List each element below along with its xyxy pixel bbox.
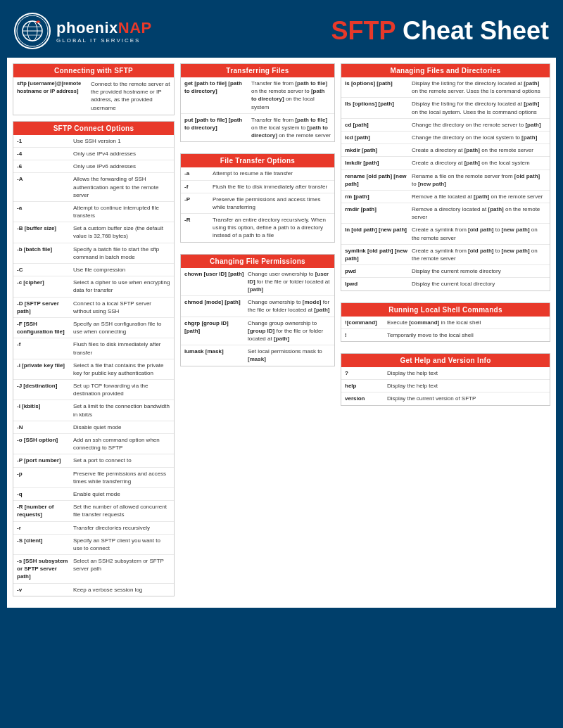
- table-row: -aAttempt to continue interrupted file t…: [13, 202, 174, 222]
- main-content: Connecting with SFTP sftp [username]@[re…: [7, 58, 556, 608]
- cmd-val: Execute [command] in the local shell: [387, 319, 546, 326]
- cmd-key: -R: [184, 216, 213, 240]
- table-row: -c [cipher]Select a cipher to use when e…: [13, 276, 174, 297]
- cmd-key: -S [client]: [17, 537, 73, 552]
- table-row: -PPreserve file permissions and access t…: [181, 193, 334, 214]
- cmd-val: Change the directory on the remote serve…: [412, 121, 546, 129]
- cmd-key: version: [345, 395, 387, 402]
- cmd-val: Set up TCP forwarding via the destinatio…: [73, 382, 170, 397]
- table-row: lcd [path]Change the directory on the lo…: [341, 132, 550, 144]
- cmd-val: Specify an SFTP client you want to use t…: [73, 537, 170, 552]
- cmd-key: -C: [17, 266, 73, 274]
- section-connecting-body: sftp [username]@[remote hostname or IP a…: [13, 77, 174, 115]
- cmd-val: Enable quiet mode: [73, 490, 170, 498]
- table-row: -CUse file compression: [13, 264, 174, 276]
- table-row: rename [old path] [new path]Rename a fil…: [341, 170, 550, 191]
- title-sftp: SFTP: [331, 16, 396, 45]
- section-changing-permissions-body: chown [user ID] [path]Change user owners…: [181, 268, 334, 366]
- right-column: Managing Files and Directories ls [optio…: [341, 63, 550, 602]
- cmd-key: lmkdir [path]: [345, 159, 412, 167]
- cmd-val: Display the current remote directory: [412, 267, 546, 275]
- table-row: -J [destination]Set up TCP forwarding vi…: [13, 380, 174, 400]
- table-row: lumask [mask]Set local permissions mask …: [181, 345, 334, 365]
- cmd-key: -b [batch file]: [17, 245, 73, 261]
- cmd-key: lls [options] [path]: [345, 100, 412, 115]
- table-row: -B [buffer size]Set a custom buffer size…: [13, 222, 174, 243]
- table-row: -rTransfer directories recursively: [13, 522, 174, 535]
- table-row: rm [path]Remove a file located at [path]…: [341, 191, 550, 203]
- logo-icon: [14, 13, 51, 49]
- cmd-val: Create a directory at [path] on the loca…: [412, 159, 546, 167]
- section-transferring: Transferring Files get [path to file] [p…: [180, 63, 335, 142]
- section-help-version: Get Help and Version Info ?Display the h…: [341, 353, 550, 406]
- table-row: lls [options] [path]Display the listing …: [341, 98, 550, 118]
- cmd-key: help: [345, 382, 387, 390]
- section-connecting: Connecting with SFTP sftp [username]@[re…: [13, 63, 175, 115]
- cmd-val: Change user ownership to [user ID] for t…: [248, 270, 331, 294]
- table-row: helpDisplay the help text: [341, 380, 550, 392]
- cmd-val: Change the directory on the local system…: [412, 134, 546, 141]
- cmd-val: Select a file that contains the private …: [73, 362, 170, 377]
- cmd-val: Transfer directories recursively: [73, 524, 170, 532]
- cmd-val: Flush files to disk immediately after tr…: [73, 340, 170, 356]
- cmd-key: ls [options] [path]: [345, 79, 412, 95]
- table-row: -s [SSH subsystem or SFTP server path]Se…: [13, 555, 174, 584]
- cmd-val: Display the listing for the directory lo…: [412, 100, 546, 115]
- table-row: chmod [mode] [path]Change ownership to […: [181, 296, 334, 317]
- table-row: symlink [old path] [new path]Create a sy…: [341, 245, 550, 265]
- cmd-key: -R [number of requests]: [17, 503, 73, 518]
- cmd-val: Preserve file permissions and access tim…: [213, 196, 331, 211]
- cmd-key: -P: [184, 196, 213, 211]
- cmd-key: ?: [345, 369, 387, 377]
- cmd-key: -N: [17, 423, 73, 431]
- cmd-val: Allows the forwarding of SSH authenticat…: [73, 175, 170, 199]
- cmd-val: Display the current version of SFTP: [387, 395, 546, 402]
- cmd-key: -J [destination]: [17, 382, 73, 397]
- cmd-val: Create a symlink from [old path] to [new…: [412, 247, 546, 262]
- logo-text: phoenixNAP GLOBAL IT SERVICES: [56, 19, 152, 44]
- cmd-val: Transfer an entire directory recursively…: [213, 216, 331, 240]
- table-row: -b [batch file]Specify a batch file to s…: [13, 243, 174, 264]
- section-changing-permissions: Changing File Permissions chown [user ID…: [180, 254, 335, 366]
- cmd-key: -o [SSH option]: [17, 436, 73, 452]
- header: phoenixNAP GLOBAL IT SERVICES SFTP Cheat…: [7, 7, 556, 58]
- cmd-key: put [path to file] [path to directory]: [184, 116, 251, 140]
- left-column: Connecting with SFTP sftp [username]@[re…: [13, 63, 175, 602]
- cmd-val: Only use IPv4 addresses: [73, 150, 170, 158]
- cmd-val: Connect to a local SFTP server without u…: [73, 300, 170, 315]
- section-transferring-body: get [path to file] [path to directory]Tr…: [181, 77, 334, 141]
- cmd-key: pwd: [345, 267, 412, 275]
- cmd-key: get [path to file] [path to directory]: [184, 79, 251, 111]
- section-managing-files: Managing Files and Directories ls [optio…: [341, 63, 550, 291]
- cmd-key: chgrp [group ID] [path]: [184, 319, 248, 343]
- logo-area: phoenixNAP GLOBAL IT SERVICES: [14, 13, 152, 49]
- table-row: -D [SFTP server path]Connect to a local …: [13, 298, 174, 318]
- section-help-version-body: ?Display the help texthelpDisplay the he…: [341, 367, 550, 405]
- table-row: -NDisable quiet mode: [13, 421, 174, 434]
- section-file-transfer-options-header: File Transfer Options: [181, 154, 334, 167]
- page: phoenixNAP GLOBAL IT SERVICES SFTP Cheat…: [0, 0, 563, 615]
- cmd-val: Display the current local directory: [412, 280, 546, 288]
- table-row: -o [SSH option]Add an ssh command option…: [13, 434, 174, 454]
- cmd-val: Flush the file to disk immediately after…: [213, 183, 331, 191]
- cmd-val: Select a cipher to use when encrypting d…: [73, 279, 170, 294]
- table-row: -l [kbit/s]Set a limit to the connection…: [13, 400, 174, 421]
- cmd-val: Disable quiet mode: [73, 423, 170, 431]
- cmd-key: rmdir [path]: [345, 205, 412, 221]
- section-connect-options: SFTP Connect Options -1Use SSH version 1…: [13, 121, 175, 596]
- title-area: SFTP Cheat Sheet: [331, 16, 549, 46]
- cmd-val: Remove a directory located at [path] on …: [412, 205, 546, 221]
- cmd-key: chmod [mode] [path]: [184, 298, 248, 314]
- cmd-val: Set local permissions mask to [mask]: [248, 347, 331, 363]
- middle-column: Transferring Files get [path to file] [p…: [180, 63, 335, 602]
- table-row: -4Only use IPv4 addresses: [13, 148, 174, 160]
- cmd-key: -A: [17, 175, 73, 199]
- cmd-key: -p: [17, 470, 73, 485]
- cmd-key: ![command]: [345, 319, 387, 326]
- cmd-key: -f: [184, 183, 213, 191]
- connect-intro-row: sftp [username]@[remote hostname or IP a…: [13, 77, 174, 115]
- table-row: ln [old path] [new path]Create a symlink…: [341, 224, 550, 244]
- table-row: chown [user ID] [path]Change user owners…: [181, 268, 334, 297]
- table-row: -AAllows the forwarding of SSH authentic…: [13, 173, 174, 202]
- table-row: -F [SSH configuration file]Specify an SS…: [13, 318, 174, 338]
